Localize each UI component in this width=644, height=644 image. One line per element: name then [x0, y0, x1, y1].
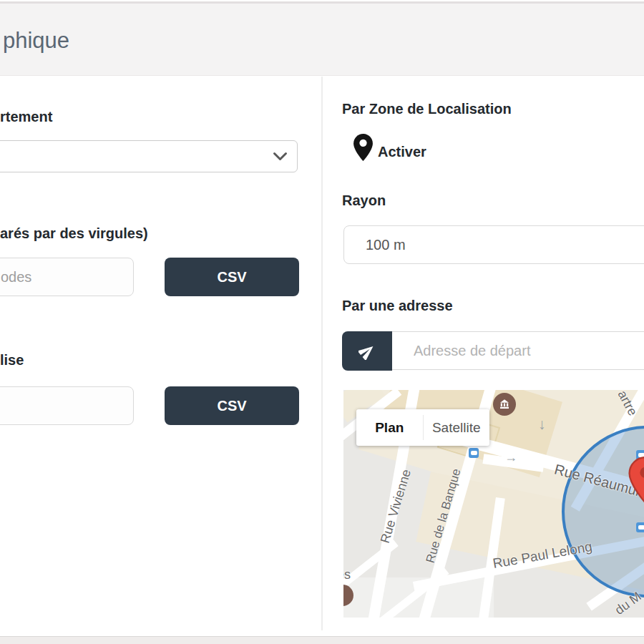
map-type-control: Plan Satellite [356, 409, 489, 446]
museum-poi-icon[interactable] [493, 393, 516, 416]
postal-codes-input[interactable] [0, 258, 134, 296]
modal-header: phique [0, 4, 644, 76]
address-label: Par une adresse [342, 298, 453, 314]
city-input[interactable] [0, 386, 134, 425]
department-label: rtement [0, 109, 52, 125]
radius-label: Rayon [342, 192, 386, 209]
map-satellite-button[interactable]: Satellite [424, 409, 490, 446]
metro-station-icon[interactable] [636, 522, 644, 532]
map-plan-button[interactable]: Plan [356, 409, 423, 446]
column-divider [321, 77, 323, 630]
department-select[interactable] [0, 140, 298, 172]
postal-codes-label: arés par des virgules) [0, 225, 148, 242]
geolocate-button[interactable] [342, 331, 392, 371]
chevron-down-icon [273, 152, 288, 162]
map-pin-icon[interactable] [353, 134, 373, 161]
modal-title: phique [3, 28, 69, 54]
street-label-es: es [343, 567, 351, 582]
address-input[interactable] [392, 331, 644, 370]
google-map[interactable]: ↓ → Rue Vivienne Rue de la Banque Rue Ré… [343, 390, 644, 618]
modal-footer-edge [0, 636, 644, 644]
city-csv-button[interactable]: CSV [165, 386, 299, 425]
map-marker-icon[interactable] [628, 457, 644, 504]
oneway-down-arrow-icon: ↓ [538, 416, 546, 433]
oneway-right-arrow-icon: → [504, 450, 517, 465]
street-label-vivienne: Rue Vivienne [378, 467, 414, 545]
city-label: lise [0, 352, 24, 369]
send-arrow-icon [358, 343, 376, 360]
postal-csv-button[interactable]: CSV [165, 258, 299, 296]
zone-title: Par Zone de Localisation [342, 101, 512, 117]
activate-zone-button[interactable]: Activer [378, 144, 426, 160]
radius-input[interactable] [343, 225, 644, 264]
metro-station-icon[interactable] [469, 448, 479, 458]
